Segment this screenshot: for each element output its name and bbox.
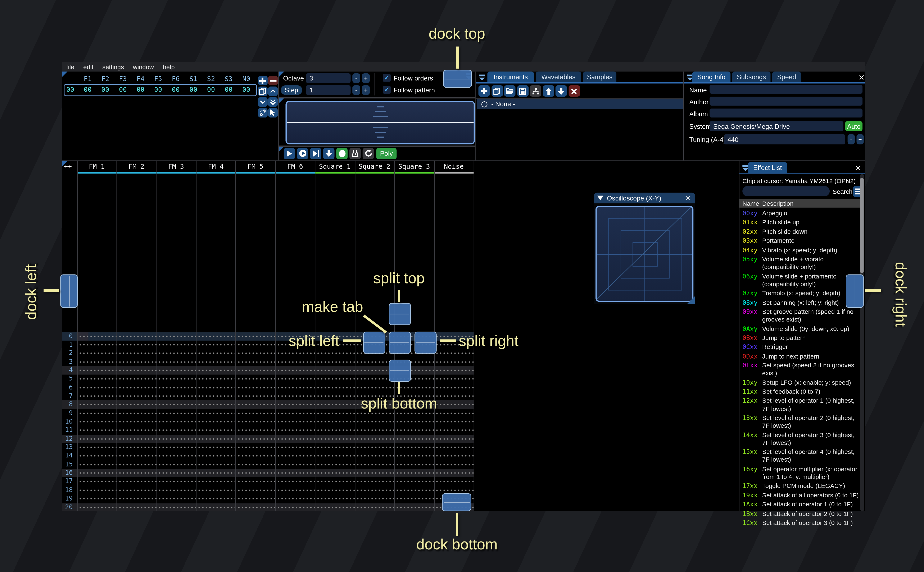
octave-input[interactable]: 3 (306, 73, 351, 83)
dock-bottom-target[interactable] (442, 493, 471, 511)
system-auto-button[interactable]: Auto (845, 121, 862, 131)
effect-row[interactable]: 1BxxSet attack of operator 2 (0 to 1F) (742, 510, 862, 518)
dock-left-target[interactable] (60, 274, 78, 308)
tuning-dec-button[interactable]: - (848, 134, 855, 145)
effect-row[interactable]: 04xyVibrato (x: speed; y: depth) (742, 246, 862, 254)
deep-clone-order-button[interactable] (258, 108, 267, 118)
order-cell[interactable]: 00 (220, 86, 237, 94)
order-cell[interactable]: 00 (97, 86, 114, 94)
order-cell[interactable]: 00 (79, 86, 97, 94)
tuning-input[interactable]: 440 (724, 134, 845, 145)
step-inc-button[interactable]: + (362, 85, 370, 95)
oscilloscope-titlebar[interactable]: Oscilloscope (X-Y) × (594, 193, 695, 204)
dock-right-target[interactable] (846, 274, 864, 308)
effect-row[interactable]: 06xyVolume slide + portamento (compatibi… (742, 272, 862, 288)
tab-instruments[interactable]: Instruments (487, 72, 534, 82)
channel-header-square-2[interactable]: Square 2 (355, 163, 394, 171)
effect-row[interactable]: 1CxxSet attack of operator 3 (0 to 1F) (742, 519, 862, 527)
resize-grip[interactable] (687, 296, 695, 304)
order-cell[interactable]: 00 (185, 86, 202, 94)
effect-row[interactable]: 10xySetup LFO (x: enable; y: speed) (742, 379, 862, 387)
play-button[interactable] (284, 148, 295, 159)
channel-header-fm-3[interactable]: FM 3 (156, 163, 196, 171)
effect-search-input[interactable] (742, 186, 830, 196)
effect-row[interactable]: 0DxxJump to next pattern (742, 352, 862, 360)
effect-row[interactable]: 01xxPitch slide up (742, 219, 862, 227)
effect-table-header[interactable]: Name Description (739, 199, 861, 208)
dock-top-target[interactable] (443, 70, 472, 88)
move-order-down-button[interactable] (258, 97, 267, 107)
split-right-target[interactable] (414, 331, 436, 354)
tab-list-icon[interactable] (478, 74, 486, 81)
channel-header-square-1[interactable]: Square 1 (315, 163, 355, 171)
move-instrument-down-button[interactable] (556, 85, 567, 96)
step-row-button[interactable] (323, 148, 334, 159)
channel-header-square-3[interactable]: Square 3 (394, 163, 434, 171)
close-icon[interactable]: × (684, 194, 691, 202)
menu-help[interactable]: help (163, 63, 175, 70)
effect-row[interactable]: 0BxxJump to pattern (742, 334, 862, 342)
split-top-target[interactable] (388, 303, 411, 325)
channel-header-fm-2[interactable]: FM 2 (117, 163, 156, 171)
move-order-up-button[interactable] (268, 87, 278, 96)
tab-song-info[interactable]: Song Info (692, 72, 731, 82)
add-instrument-button[interactable] (478, 85, 490, 96)
effect-row[interactable]: 0AxyVolume slide (0y: down; x0: up) (742, 325, 862, 333)
menu-settings[interactable]: settings (102, 63, 124, 70)
channel-header-fm-6[interactable]: FM 6 (275, 163, 315, 171)
step-button[interactable]: Step (281, 85, 302, 95)
effect-row[interactable]: 19xxSet attack of all operators (0 to 1F… (742, 491, 862, 499)
save-instrument-button[interactable] (517, 85, 528, 96)
order-cell[interactable]: 00 (114, 86, 132, 94)
play-one-row-button[interactable] (310, 148, 321, 159)
tab-wavetables[interactable]: Wavetables (536, 72, 581, 82)
effect-row[interactable]: 02xxPitch slide down (742, 228, 862, 236)
channel-header-fm-1[interactable]: FM 1 (77, 163, 117, 171)
follow-pattern-checkbox[interactable]: ✓ (383, 86, 391, 94)
channel-header-fm-4[interactable]: FM 4 (196, 163, 235, 171)
effect-row[interactable]: 0CxxRetrigger (742, 343, 862, 351)
collapse-icon[interactable] (597, 196, 603, 201)
order-cell[interactable]: 00 (202, 86, 220, 94)
channel-header-fm-5[interactable]: FM 5 (235, 163, 275, 171)
play-pattern-button[interactable] (297, 148, 308, 159)
move-instrument-up-button[interactable] (542, 85, 554, 96)
effect-row[interactable]: 00xyArpeggio (742, 209, 862, 217)
tab-subsongs[interactable]: Subsongs (732, 72, 771, 82)
order-cell[interactable]: 00 (132, 86, 149, 94)
split-left-target[interactable] (363, 331, 385, 354)
tab-effect-list[interactable]: Effect List (748, 162, 787, 173)
oscilloscope-window[interactable]: Oscilloscope (X-Y) × (594, 193, 695, 305)
order-row-index[interactable]: 00 (66, 86, 74, 94)
effect-row[interactable]: 03xxPortamento (742, 237, 862, 245)
order-cell[interactable]: 00 (237, 86, 255, 94)
system-input[interactable]: Sega Genesis/Mega Drive (709, 121, 843, 131)
close-icon[interactable]: × (858, 73, 865, 81)
duplicate-order-end-button[interactable] (268, 97, 278, 107)
effect-row[interactable]: 0FxxSet speed (speed 2 if no grooves exi… (742, 362, 862, 377)
effect-row[interactable]: 08xySet panning (x: left; y: right) (742, 298, 862, 306)
order-cell[interactable]: 00 (167, 86, 185, 94)
poly-button[interactable]: Poly (376, 148, 396, 159)
duplicate-order-button[interactable] (258, 87, 267, 96)
author-input[interactable] (709, 96, 862, 106)
record-button[interactable] (336, 148, 347, 159)
tuning-inc-button[interactable]: + (856, 134, 863, 145)
step-input[interactable]: 1 (306, 85, 351, 95)
effect-row[interactable]: 16xySet operator multiplier (x: operator… (742, 465, 862, 481)
effect-row[interactable]: 12xxSet level of operator 1 (0 highest, … (742, 397, 862, 413)
open-instrument-button[interactable] (504, 85, 515, 96)
repeat-pattern-button[interactable] (363, 148, 374, 159)
album-input[interactable] (709, 109, 862, 118)
duplicate-instrument-button[interactable] (491, 85, 503, 96)
octave-inc-button[interactable]: + (362, 73, 370, 83)
follow-orders-checkbox[interactable]: ✓ (383, 74, 391, 82)
order-edit-mode-button[interactable] (268, 108, 278, 118)
effect-row[interactable]: 11xxSet feedback (0 to 7) (742, 388, 862, 396)
effect-row[interactable]: 07xyTremolo (x: speed; y: depth) (742, 289, 862, 297)
effect-row[interactable]: 17xxToggle PCM mode (LEGACY) (742, 482, 862, 490)
instrument-list-item[interactable]: - None - (477, 99, 683, 109)
split-bottom-target[interactable] (388, 359, 411, 382)
step-dec-button[interactable]: - (352, 85, 360, 95)
tab-samples[interactable]: Samples (583, 72, 616, 82)
